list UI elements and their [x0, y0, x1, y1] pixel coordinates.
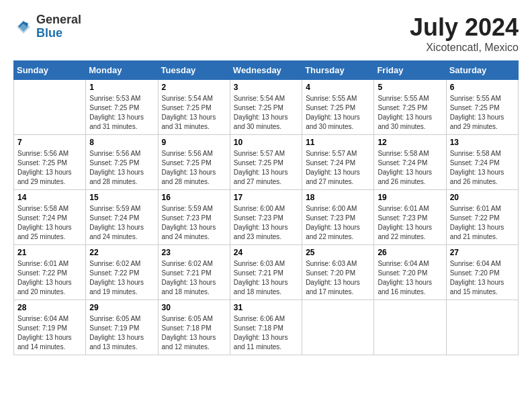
sunset-text: Sunset: 7:23 PM: [162, 214, 212, 222]
day-info: Sunrise: 5:58 AM Sunset: 7:24 PM Dayligh…: [378, 149, 442, 187]
day-info: Sunrise: 6:06 AM Sunset: 7:18 PM Dayligh…: [234, 314, 298, 352]
header-cell-sunday: Sunday: [14, 61, 86, 80]
header-cell-saturday: Saturday: [446, 61, 518, 80]
sunset-text: Sunset: 7:25 PM: [306, 104, 355, 111]
daylight-text: Daylight: 13 hours and 22 minutes.: [306, 224, 360, 240]
sunrise-text: Sunrise: 5:57 AM: [306, 150, 357, 157]
day-cell: 29 Sunrise: 6:05 AM Sunset: 7:19 PM Dayl…: [86, 300, 158, 355]
day-number: 24: [234, 248, 298, 257]
sunset-text: Sunset: 7:25 PM: [234, 104, 283, 111]
day-cell: 5 Sunrise: 5:55 AM Sunset: 7:25 PM Dayli…: [374, 80, 446, 135]
daylight-text: Daylight: 13 hours and 28 minutes.: [89, 169, 144, 185]
day-cell: 18 Sunrise: 6:00 AM Sunset: 7:23 PM Dayl…: [302, 190, 374, 245]
sunset-text: Sunset: 7:24 PM: [450, 159, 500, 167]
day-cell: 25 Sunrise: 6:03 AM Sunset: 7:20 PM Dayl…: [302, 245, 374, 300]
sunrise-text: Sunrise: 5:56 AM: [162, 150, 213, 157]
logo-icon: [13, 17, 34, 37]
sunset-text: Sunset: 7:19 PM: [17, 324, 67, 332]
daylight-text: Daylight: 13 hours and 31 minutes.: [162, 113, 216, 130]
day-info: Sunrise: 6:01 AM Sunset: 7:22 PM Dayligh…: [450, 204, 515, 242]
day-info: Sunrise: 6:02 AM Sunset: 7:22 PM Dayligh…: [89, 259, 154, 297]
week-row-1: 1 Sunrise: 5:53 AM Sunset: 7:25 PM Dayli…: [14, 80, 519, 135]
day-number: 14: [17, 193, 82, 202]
day-number: 15: [89, 193, 154, 202]
day-cell: 22 Sunrise: 6:02 AM Sunset: 7:22 PM Dayl…: [86, 245, 158, 300]
sunrise-text: Sunrise: 5:59 AM: [162, 205, 213, 212]
day-info: Sunrise: 5:54 AM Sunset: 7:25 PM Dayligh…: [162, 94, 226, 132]
sunset-text: Sunset: 7:25 PM: [450, 104, 500, 111]
sunrise-text: Sunrise: 5:54 AM: [162, 95, 213, 102]
day-cell: [302, 300, 374, 355]
week-row-2: 7 Sunrise: 5:56 AM Sunset: 7:25 PM Dayli…: [14, 135, 519, 190]
daylight-text: Daylight: 13 hours and 30 minutes.: [234, 113, 288, 130]
daylight-text: Daylight: 13 hours and 24 minutes.: [89, 224, 144, 240]
day-number: 13: [450, 138, 515, 147]
day-cell: 3 Sunrise: 5:54 AM Sunset: 7:25 PM Dayli…: [230, 80, 302, 135]
day-cell: 13 Sunrise: 5:58 AM Sunset: 7:24 PM Dayl…: [446, 135, 518, 190]
page-header: General Blue July 2024 Xicotencatl, Mexi…: [13, 13, 519, 54]
day-info: Sunrise: 6:04 AM Sunset: 7:20 PM Dayligh…: [450, 259, 515, 297]
day-cell: 9 Sunrise: 5:56 AM Sunset: 7:25 PM Dayli…: [158, 135, 230, 190]
day-number: 22: [89, 248, 154, 257]
calendar-title: July 2024: [410, 13, 519, 42]
daylight-text: Daylight: 13 hours and 20 minutes.: [17, 279, 72, 295]
day-info: Sunrise: 6:01 AM Sunset: 7:23 PM Dayligh…: [378, 204, 442, 242]
day-number: 9: [162, 138, 226, 147]
day-info: Sunrise: 5:57 AM Sunset: 7:25 PM Dayligh…: [234, 149, 298, 187]
day-cell: 23 Sunrise: 6:02 AM Sunset: 7:21 PM Dayl…: [158, 245, 230, 300]
calendar-subtitle: Xicotencatl, Mexico: [410, 42, 519, 54]
daylight-text: Daylight: 13 hours and 17 minutes.: [306, 279, 360, 295]
header-cell-monday: Monday: [86, 61, 158, 80]
day-number: 20: [450, 193, 515, 202]
sunrise-text: Sunrise: 5:54 AM: [234, 95, 285, 102]
day-cell: 26 Sunrise: 6:04 AM Sunset: 7:20 PM Dayl…: [374, 245, 446, 300]
logo-text: General Blue: [36, 13, 81, 40]
day-info: Sunrise: 6:04 AM Sunset: 7:19 PM Dayligh…: [17, 314, 82, 352]
sunrise-text: Sunrise: 5:53 AM: [89, 95, 140, 102]
day-cell: 28 Sunrise: 6:04 AM Sunset: 7:19 PM Dayl…: [14, 300, 86, 355]
day-number: 25: [306, 248, 370, 257]
day-cell: 2 Sunrise: 5:54 AM Sunset: 7:25 PM Dayli…: [158, 80, 230, 135]
sunrise-text: Sunrise: 6:01 AM: [378, 205, 429, 212]
week-row-5: 28 Sunrise: 6:04 AM Sunset: 7:19 PM Dayl…: [14, 300, 519, 355]
sunrise-text: Sunrise: 6:01 AM: [450, 205, 501, 212]
daylight-text: Daylight: 13 hours and 12 minutes.: [162, 334, 216, 351]
daylight-text: Daylight: 13 hours and 31 minutes.: [89, 113, 144, 130]
day-cell: 4 Sunrise: 5:55 AM Sunset: 7:25 PM Dayli…: [302, 80, 374, 135]
sunset-text: Sunset: 7:23 PM: [306, 214, 355, 222]
sunrise-text: Sunrise: 6:04 AM: [450, 260, 501, 267]
sunset-text: Sunset: 7:23 PM: [378, 214, 427, 222]
day-info: Sunrise: 5:57 AM Sunset: 7:24 PM Dayligh…: [306, 149, 370, 187]
day-info: Sunrise: 5:56 AM Sunset: 7:25 PM Dayligh…: [89, 149, 154, 187]
sunset-text: Sunset: 7:25 PM: [234, 159, 283, 167]
daylight-text: Daylight: 13 hours and 28 minutes.: [162, 169, 216, 185]
day-info: Sunrise: 5:56 AM Sunset: 7:25 PM Dayligh…: [17, 149, 82, 187]
day-number: 23: [162, 248, 226, 257]
sunset-text: Sunset: 7:22 PM: [450, 214, 500, 222]
day-cell: [374, 300, 446, 355]
sunset-text: Sunset: 7:20 PM: [378, 269, 427, 277]
daylight-text: Daylight: 13 hours and 29 minutes.: [17, 169, 72, 185]
day-info: Sunrise: 6:03 AM Sunset: 7:21 PM Dayligh…: [234, 259, 298, 297]
day-cell: 16 Sunrise: 5:59 AM Sunset: 7:23 PM Dayl…: [158, 190, 230, 245]
daylight-text: Daylight: 13 hours and 11 minutes.: [234, 334, 288, 351]
daylight-text: Daylight: 13 hours and 24 minutes.: [162, 224, 216, 240]
sunset-text: Sunset: 7:25 PM: [162, 104, 212, 111]
logo: General Blue: [13, 13, 81, 40]
day-number: 27: [450, 248, 515, 257]
day-cell: 19 Sunrise: 6:01 AM Sunset: 7:23 PM Dayl…: [374, 190, 446, 245]
sunrise-text: Sunrise: 6:01 AM: [17, 260, 69, 267]
day-cell: [446, 300, 518, 355]
logo-blue-text: Blue: [36, 27, 81, 40]
day-cell: 1 Sunrise: 5:53 AM Sunset: 7:25 PM Dayli…: [86, 80, 158, 135]
sunset-text: Sunset: 7:21 PM: [162, 269, 212, 277]
sunset-text: Sunset: 7:24 PM: [17, 214, 67, 222]
day-number: 5: [378, 83, 442, 92]
sunrise-text: Sunrise: 6:03 AM: [234, 260, 285, 267]
daylight-text: Daylight: 13 hours and 25 minutes.: [17, 224, 72, 240]
sunrise-text: Sunrise: 5:56 AM: [89, 150, 140, 157]
day-number: 10: [234, 138, 298, 147]
daylight-text: Daylight: 13 hours and 21 minutes.: [450, 224, 504, 240]
day-cell: 11 Sunrise: 5:57 AM Sunset: 7:24 PM Dayl…: [302, 135, 374, 190]
sunrise-text: Sunrise: 5:55 AM: [450, 95, 501, 102]
